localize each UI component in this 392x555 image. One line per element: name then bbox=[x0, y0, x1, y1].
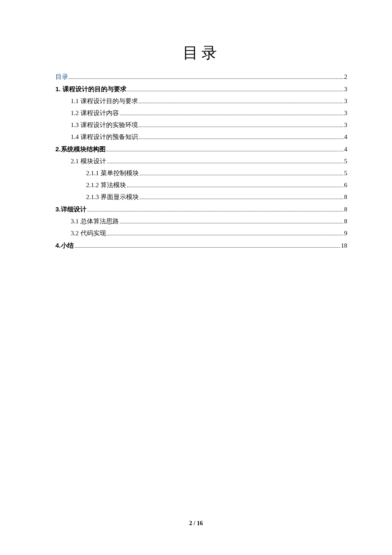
page-footer: 2 / 16 bbox=[0, 520, 392, 527]
toc-entry-label: 2.系统模块结构图 bbox=[55, 143, 106, 155]
toc-entry-label: 1. 课程设计的目的与要求 bbox=[55, 83, 127, 95]
toc-entry-label: 2.1 模块设计 bbox=[71, 156, 106, 167]
toc-entry-page: 4 bbox=[344, 144, 348, 155]
toc-leader-dots bbox=[127, 187, 343, 187]
toc-entry[interactable]: 1.1 课程设计目的与要求3 bbox=[55, 95, 347, 107]
document-page: 目录 目录21. 课程设计的目的与要求31.1 课程设计目的与要求31.2 课程… bbox=[0, 0, 392, 278]
toc-entry[interactable]: 1.2 课程设计内容3 bbox=[55, 107, 347, 119]
toc-entry-label: 2.1.2 算法模块 bbox=[86, 179, 126, 191]
toc-leader-dots bbox=[120, 115, 343, 115]
toc-entry[interactable]: 目录2 bbox=[55, 71, 347, 83]
toc-leader-dots bbox=[107, 163, 343, 163]
toc-entry-page: 5 bbox=[344, 168, 348, 179]
toc-leader-dots bbox=[139, 103, 343, 103]
toc-entry-page: 5 bbox=[344, 156, 348, 167]
toc-entry-label: 1.1 课程设计目的与要求 bbox=[71, 95, 138, 107]
toc-entry-page: 8 bbox=[344, 191, 348, 203]
toc-entry[interactable]: 3.详细设计8 bbox=[55, 203, 347, 215]
toc-leader-dots bbox=[120, 223, 343, 223]
toc-leader-dots bbox=[127, 91, 343, 91]
toc-leader-dots bbox=[140, 199, 343, 199]
toc-entry-page: 18 bbox=[341, 240, 347, 251]
toc-leader-dots bbox=[139, 139, 343, 139]
toc-entry-label: 目录 bbox=[55, 71, 68, 83]
toc-leader-dots bbox=[69, 78, 343, 79]
toc-entry[interactable]: 1.4 课程设计的预备知识4 bbox=[55, 131, 347, 143]
toc-entry[interactable]: 1.3 课程设计的实验环境3 bbox=[55, 119, 347, 131]
toc-entry[interactable]: 3.2 代码实现9 bbox=[55, 228, 347, 239]
toc-entry[interactable]: 2.1 模块设计5 bbox=[55, 156, 347, 167]
toc-entry-page: 3 bbox=[344, 84, 348, 95]
toc-entry[interactable]: 1. 课程设计的目的与要求3 bbox=[55, 83, 347, 95]
toc-leader-dots bbox=[140, 175, 343, 175]
toc-entry-page: 2 bbox=[344, 71, 348, 83]
toc-entry-page: 8 bbox=[344, 216, 348, 227]
toc-entry[interactable]: 2.1.2 算法模块6 bbox=[55, 179, 347, 191]
toc-entry-label: 3.1 总体算法思路 bbox=[71, 216, 119, 227]
toc-entry-page: 6 bbox=[344, 179, 348, 191]
toc-entry-page: 9 bbox=[344, 228, 348, 239]
toc-leader-dots bbox=[87, 211, 343, 211]
toc-entry-label: 1.4 课程设计的预备知识 bbox=[71, 131, 138, 143]
toc-entry[interactable]: 2.1.3 界面显示模块8 bbox=[55, 191, 347, 203]
toc-leader-dots bbox=[107, 151, 343, 151]
toc-entry-label: 1.3 课程设计的实验环境 bbox=[71, 119, 138, 131]
page-title: 目录 bbox=[55, 43, 347, 64]
toc-entry-page: 4 bbox=[344, 131, 348, 143]
toc-entry-label: 1.2 课程设计内容 bbox=[71, 107, 119, 119]
toc-entry[interactable]: 2.系统模块结构图4 bbox=[55, 143, 347, 155]
toc-leader-dots bbox=[107, 235, 343, 235]
toc-leader-dots bbox=[75, 247, 340, 248]
toc-entry-page: 3 bbox=[344, 119, 348, 131]
toc-entry-label: 2.1.3 界面显示模块 bbox=[86, 191, 139, 203]
toc-entry-label: 3.详细设计 bbox=[55, 203, 86, 215]
toc-entry-label: 2.1.1 菜单控制模块 bbox=[86, 168, 139, 179]
table-of-contents: 目录21. 课程设计的目的与要求31.1 课程设计目的与要求31.2 课程设计内… bbox=[55, 71, 347, 251]
toc-leader-dots bbox=[139, 127, 343, 127]
toc-entry[interactable]: 4.小结18 bbox=[55, 240, 347, 251]
toc-entry[interactable]: 2.1.1 菜单控制模块5 bbox=[55, 168, 347, 179]
toc-entry[interactable]: 3.1 总体算法思路8 bbox=[55, 216, 347, 227]
toc-entry-label: 3.2 代码实现 bbox=[71, 228, 106, 239]
toc-entry-page: 3 bbox=[344, 95, 348, 107]
toc-entry-page: 3 bbox=[344, 107, 348, 119]
toc-entry-label: 4.小结 bbox=[55, 240, 74, 251]
toc-entry-page: 8 bbox=[344, 204, 348, 215]
